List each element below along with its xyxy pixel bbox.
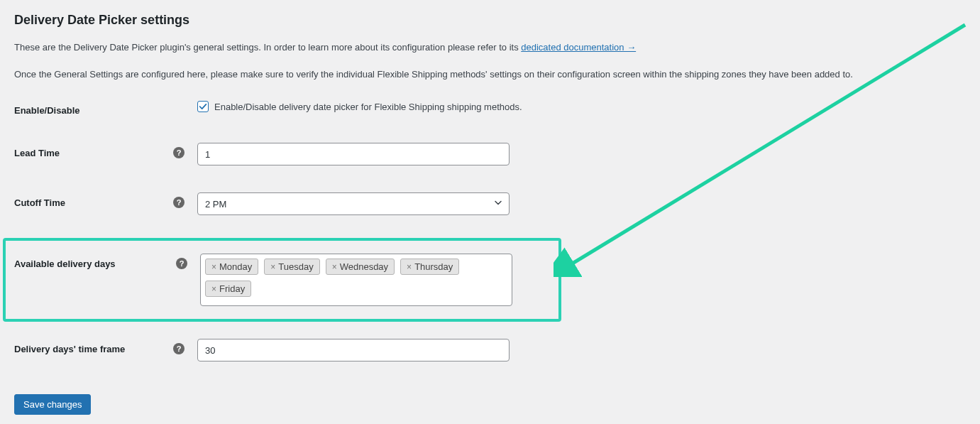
enable-disable-checkbox[interactable]	[197, 101, 209, 112]
check-icon	[198, 102, 208, 112]
day-tag-label: Friday	[219, 283, 245, 294]
page-title: Delivery Date Picker settings	[14, 13, 966, 28]
available-delivery-days-row: Available delivery days ? ×Monday ×Tuesd…	[3, 238, 561, 322]
available-delivery-days-label: Available delivery days	[14, 259, 116, 269]
description-2: Once the General Settings are configured…	[14, 67, 966, 82]
day-tag-label: Monday	[219, 261, 252, 272]
time-frame-label: Delivery days' time frame	[14, 344, 125, 354]
enable-disable-label: Enable/Disable	[14, 105, 79, 116]
documentation-link[interactable]: dedicated documentation →	[521, 42, 636, 53]
remove-icon[interactable]: ×	[211, 284, 216, 294]
day-tag-wednesday[interactable]: ×Wednesday	[326, 259, 395, 275]
day-tag-friday[interactable]: ×Friday	[205, 281, 251, 297]
cutoff-time-label: Cutoff Time	[14, 197, 65, 208]
day-tag-label: Thursday	[414, 261, 453, 272]
available-delivery-days-input[interactable]: ×Monday ×Tuesday ×Wednesday ×Thursday ×F…	[200, 254, 512, 306]
day-tag-monday[interactable]: ×Monday	[205, 259, 258, 275]
help-icon[interactable]: ?	[176, 258, 187, 269]
day-tag-label: Wednesday	[340, 261, 388, 272]
enable-disable-row: Enable/Disable Enable/Disable delivery d…	[14, 101, 966, 116]
lead-time-input[interactable]	[197, 143, 510, 165]
remove-icon[interactable]: ×	[211, 262, 216, 272]
time-frame-row: Delivery days' time frame ?	[14, 339, 966, 362]
day-tag-label: Tuesday	[278, 261, 313, 272]
cutoff-time-row: Cutoff Time ? 2 PM	[14, 192, 966, 215]
time-frame-input[interactable]	[197, 339, 510, 362]
lead-time-row: Lead Time ?	[14, 143, 966, 165]
lead-time-label: Lead Time	[14, 148, 60, 158]
remove-icon[interactable]: ×	[270, 262, 275, 272]
help-icon[interactable]: ?	[173, 147, 185, 158]
remove-icon[interactable]: ×	[332, 262, 337, 272]
day-tag-thursday[interactable]: ×Thursday	[400, 259, 459, 275]
cutoff-time-select[interactable]: 2 PM	[197, 192, 510, 215]
help-icon[interactable]: ?	[173, 197, 185, 208]
help-icon[interactable]: ?	[173, 343, 185, 354]
day-tag-tuesday[interactable]: ×Tuesday	[264, 259, 319, 275]
enable-disable-description: Enable/Disable delivery date picker for …	[214, 102, 522, 112]
description-1-text: These are the Delivery Date Picker plugi…	[14, 42, 521, 53]
remove-icon[interactable]: ×	[407, 262, 412, 272]
save-changes-button[interactable]: Save changes	[14, 394, 91, 415]
description-1: These are the Delivery Date Picker plugi…	[14, 40, 966, 55]
